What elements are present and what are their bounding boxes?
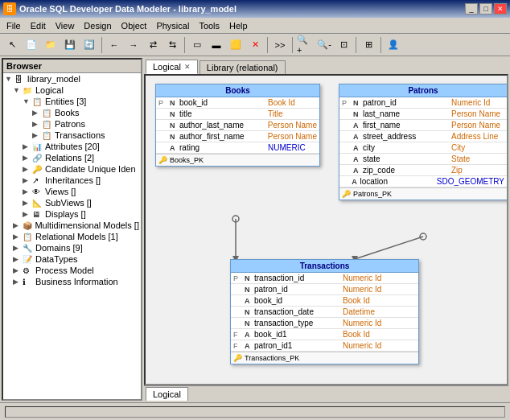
tree-logical[interactable]: ▼ 📁 Logical: [3, 84, 141, 96]
toolbar-open[interactable]: 📁: [42, 36, 60, 54]
null-col: N: [170, 121, 179, 130]
scrollbar[interactable]: [5, 406, 505, 418]
toolbar-btn14[interactable]: ⊞: [360, 36, 377, 54]
toolbar-btn5[interactable]: ←: [105, 36, 123, 54]
tab-library-relational[interactable]: Library (relational): [199, 60, 286, 74]
attr-icon: 📊: [32, 142, 43, 151]
trans-row-7: F A patron_id1 Numeric Id: [231, 340, 418, 352]
type-col: Book Id: [343, 296, 370, 305]
toolbar-btn8[interactable]: ⇆: [163, 36, 181, 54]
entity-patrons-header: Patrons: [339, 84, 507, 97]
tree-domains[interactable]: ▶ 🔧 Domains [9]: [3, 242, 141, 253]
tree-label: library_model: [27, 74, 80, 84]
name-col: patron_id1: [254, 341, 343, 350]
main-container: Browser ▼ 🗄 library_model ▼ 📁 Logical ▼ …: [0, 56, 510, 402]
toolbar: ↖ 📄 📁 💾 🔄 ← → ⇄ ⇆ ▭ ▬ 🟨 ✕ >> 🔍+ 🔍- ⊡ ⊞ 👤: [0, 34, 510, 56]
tree-views[interactable]: ▶ 👁 Views []: [3, 186, 141, 197]
null-col: A: [245, 297, 254, 305]
tab-label: Logical: [153, 62, 181, 72]
patrons-row-6: A state State: [339, 154, 507, 165]
entity-transactions-header: Transactions: [231, 260, 418, 273]
toolbar-arrow[interactable]: ↖: [3, 36, 21, 54]
toolbar-btn9[interactable]: ▭: [188, 36, 206, 54]
toolbar-zoom-in[interactable]: 🔍+: [296, 36, 314, 54]
trans-row-3: A book_id Book Id: [231, 295, 418, 307]
toolbar-save[interactable]: 💾: [61, 36, 79, 54]
toolbar-btn13[interactable]: >>: [271, 36, 289, 54]
minimize-button[interactable]: _: [465, 3, 478, 14]
entity-books[interactable]: Books P N book_id Book Id N title Title …: [155, 84, 320, 167]
menu-help[interactable]: Help: [224, 19, 253, 32]
toolbar-zoom-out[interactable]: 🔍-: [315, 36, 333, 54]
tree-library-model[interactable]: ▼ 🗄 library_model: [3, 73, 141, 84]
relmodel-icon: 📋: [23, 233, 34, 241]
key-icon: 🔑: [342, 190, 351, 198]
tree-business-info[interactable]: ▶ ℹ Business Information: [3, 276, 141, 287]
type-col: Title: [268, 109, 283, 118]
menu-object[interactable]: Object: [117, 19, 152, 32]
name-col: first_name: [363, 121, 451, 130]
tree-label: Relations [2]: [45, 153, 94, 163]
menu-edit[interactable]: Edit: [26, 19, 51, 32]
footer-label: Books_PK: [170, 156, 204, 164]
svg-point-1: [232, 216, 239, 222]
tree-process-model[interactable]: ▶ ⚙ Process Model: [3, 265, 141, 276]
tree-label: Displays []: [45, 209, 86, 219]
toolbar-new[interactable]: 📄: [23, 36, 40, 54]
tree-inheritances[interactable]: ▶ ↗ Inheritances []: [3, 175, 141, 186]
books-row-3: N author_last_name Person Name: [156, 120, 319, 131]
tree-attributes[interactable]: ▶ 📊 Attributes [20]: [3, 141, 141, 152]
footer-label: Transactions_PK: [245, 354, 299, 362]
entity-patrons[interactable]: Patrons P N patron_id Numeric Id N last_…: [339, 84, 508, 200]
tree-relational[interactable]: ▶ 📋 Relational Models [1]: [3, 231, 141, 242]
null-col: A: [245, 331, 254, 339]
sep5: [356, 37, 356, 53]
tree-multidimensional[interactable]: ▶ 📦 Multidimensional Models []: [3, 220, 141, 231]
transactions-footer: 🔑 Transactions_PK: [231, 352, 418, 364]
menu-file[interactable]: File: [2, 19, 26, 32]
bottom-tab-logical[interactable]: Logical: [146, 387, 188, 401]
sep6: [380, 37, 381, 53]
trans-row-1: P N transaction_id Numeric Id: [231, 273, 418, 284]
tree-patrons[interactable]: ▶ 📋 Patrons: [3, 118, 141, 130]
toolbar-btn12[interactable]: ✕: [246, 36, 264, 54]
tree-transactions[interactable]: ▶ 📋 Transactions: [3, 130, 141, 141]
menu-tools[interactable]: Tools: [194, 19, 224, 32]
tree-subviews[interactable]: ▶ 📐 SubViews []: [3, 197, 141, 208]
diagram-area[interactable]: Books P N book_id Book Id N title Title …: [144, 74, 508, 385]
tree-entities[interactable]: ▼ 📋 Entities [3]: [3, 96, 141, 107]
patrons-row-3: A first_name Person Name: [339, 120, 507, 131]
toolbar-btn10[interactable]: ▬: [208, 36, 225, 54]
type-col: Person Name: [451, 109, 500, 118]
tab-close-icon[interactable]: ✕: [184, 63, 191, 71]
name-col: location: [360, 177, 437, 186]
sep2: [184, 37, 185, 53]
toolbar-btn6[interactable]: →: [125, 36, 142, 54]
menu-physical[interactable]: Physical: [151, 19, 194, 32]
entity-transactions[interactable]: Transactions P N transaction_id Numeric …: [230, 259, 419, 364]
toolbar-btn11[interactable]: 🟨: [227, 36, 245, 54]
null-col: A: [353, 121, 363, 130]
tree-datatypes[interactable]: ▶ 📝 DataTypes: [3, 253, 141, 265]
books-row-5: A rating NUMERIC: [156, 142, 319, 154]
type-col: SDO_GEOMETRY: [437, 177, 504, 186]
toolbar-btn4[interactable]: 🔄: [80, 36, 98, 54]
close-button[interactable]: ✕: [494, 3, 507, 14]
menu-view[interactable]: View: [51, 19, 80, 32]
tab-logical[interactable]: Logical ✕: [146, 60, 198, 74]
patrons-row-7: A zip_code Zip: [339, 165, 507, 176]
toolbar-btn7[interactable]: ⇄: [144, 36, 162, 54]
folder-icon: 🗄: [14, 75, 26, 84]
tree-label: Attributes [20]: [45, 142, 100, 151]
svg-point-4: [420, 233, 426, 240]
tree-relations[interactable]: ▶ 🔗 Relations [2]: [3, 152, 141, 163]
tree-candidate[interactable]: ▶ 🔑 Candidate Unique Iden: [3, 163, 141, 175]
menu-design[interactable]: Design: [79, 19, 116, 32]
null-col: A: [170, 144, 179, 152]
tree-displays[interactable]: ▶ 🖥 Displays []: [3, 208, 141, 220]
maximize-button[interactable]: □: [479, 3, 492, 14]
expand-icon: ▶: [23, 142, 32, 150]
toolbar-btn15[interactable]: 👤: [385, 36, 402, 54]
toolbar-fit[interactable]: ⊡: [335, 36, 352, 54]
tree-books[interactable]: ▶ 📋 Books: [3, 107, 141, 118]
